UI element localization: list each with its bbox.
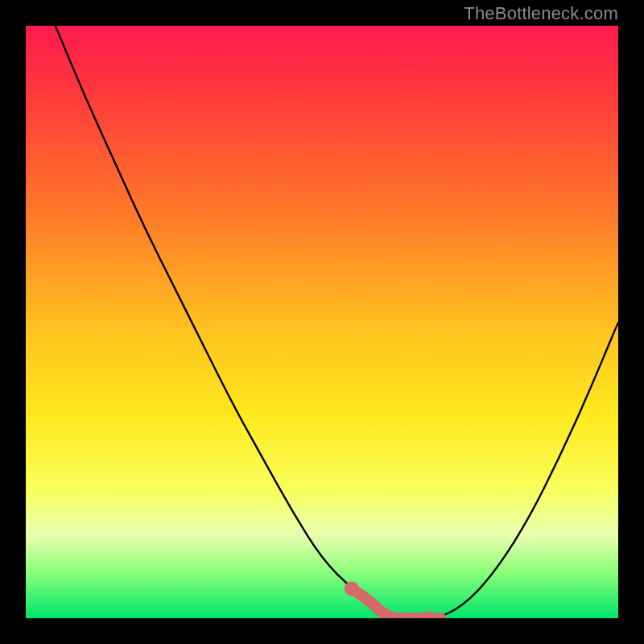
plot-gradient-background — [26, 26, 618, 618]
chart-frame: TheBottleneck.com — [0, 0, 644, 644]
watermark-text: TheBottleneck.com — [464, 3, 618, 24]
